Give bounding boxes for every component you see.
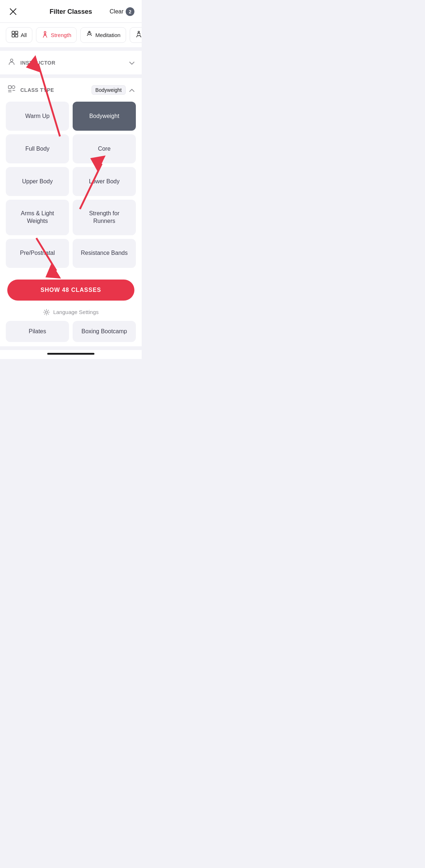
class-type-header[interactable]: CLASS TYPE Bodyweight [0,78,142,102]
svg-point-11 [12,86,15,89]
svg-point-6 [44,32,46,33]
tile-lower-body[interactable]: Lower Body [73,167,136,196]
meditation-icon [86,30,93,40]
svg-point-7 [89,31,90,33]
tile-upper-body[interactable]: Upper Body [6,167,69,196]
class-type-selected: Bodyweight [92,85,126,95]
language-settings-label: Language Settings [53,309,98,315]
tile-core[interactable]: Core [73,134,136,163]
tile-arms-light-weights[interactable]: Arms & Light Weights [6,200,69,235]
svg-point-12 [45,311,48,313]
category-tabs: All Strength Meditation [0,23,142,47]
svg-rect-10 [8,86,11,89]
svg-rect-3 [15,31,18,34]
gear-icon [43,309,50,316]
svg-rect-4 [12,34,15,37]
class-type-section: CLASS TYPE Bodyweight Warm Up Bodyweight… [0,78,142,346]
tab-meditation-label: Meditation [95,32,120,38]
instructor-label: INSTRUCTOR [20,60,56,66]
instructor-header-left: INSTRUCTOR [7,57,56,68]
svg-point-9 [11,59,13,62]
tab-strength-label: Strength [51,32,72,38]
clear-label: Clear [110,8,124,15]
bottom-peek: Pilates Boxing Bootcamp [0,321,142,346]
close-button[interactable] [7,6,19,17]
instructor-icon [7,57,16,68]
strength-icon [41,30,49,40]
svg-rect-5 [15,34,18,37]
class-type-label: CLASS TYPE [20,87,54,93]
tile-boxing-bootcamp[interactable]: Boxing Bootcamp [73,321,136,342]
tab-all-label: All [21,32,27,38]
tile-warm-up[interactable]: Warm Up [6,102,69,131]
tab-all[interactable]: All [6,27,32,43]
class-type-chevron [129,87,134,93]
clear-button[interactable]: Clear 2 [110,7,134,16]
home-bar [47,353,94,355]
home-indicator [0,350,142,359]
all-icon [11,30,19,40]
tab-more[interactable] [130,27,142,43]
tile-full-body[interactable]: Full Body [6,134,69,163]
instructor-chevron [129,60,134,66]
svg-point-8 [138,31,139,33]
tile-strength-for-runners[interactable]: Strength for Runners [73,200,136,235]
tile-pre-postnatal[interactable]: Pre/Postnatal [6,239,69,268]
instructor-section: INSTRUCTOR [0,51,142,74]
instructor-header[interactable]: INSTRUCTOR [0,51,142,74]
show-button-container: SHOW 48 CLASSES [0,274,142,303]
class-type-icon [7,85,16,95]
language-settings[interactable]: Language Settings [0,303,142,321]
header: Filter Classes Clear 2 [0,0,142,23]
tab-meditation[interactable]: Meditation [80,27,126,43]
tile-bodyweight[interactable]: Bodyweight [73,102,136,131]
class-type-grid: Warm Up Bodyweight Full Body Core Upper … [0,102,142,274]
tile-resistance-bands[interactable]: Resistance Bands [73,239,136,268]
tile-pilates[interactable]: Pilates [6,321,69,342]
clear-badge: 2 [126,7,134,16]
class-type-header-left: CLASS TYPE [7,85,54,95]
more-icon [135,30,142,40]
tab-strength[interactable]: Strength [36,27,77,43]
page-title: Filter Classes [49,8,92,16]
svg-rect-2 [12,31,15,34]
show-classes-button[interactable]: SHOW 48 CLASSES [7,280,134,301]
